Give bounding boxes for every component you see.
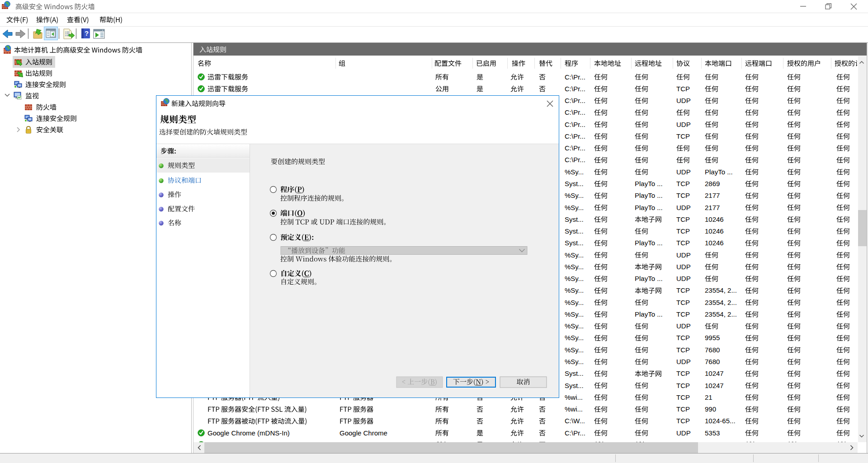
svg-text:TCP: TCP [676,192,690,199]
svg-text:TCP: TCP [676,346,690,354]
svg-text:C:\Pr...: C:\Pr... [565,132,585,140]
svg-text:2869: 2869 [705,180,720,187]
svg-text:TCP: TCP [676,180,690,187]
svg-text:%Sy...: %Sy... [565,310,584,318]
svg-text:Google Chrome: Google Chrome [340,429,387,437]
svg-text:23554, 2...: 23554, 2... [705,310,737,318]
svg-text:Google Chrome (mDNS-In): Google Chrome (mDNS-In) [208,429,290,437]
svg-text:C:\Pr...: C:\Pr... [565,121,585,128]
svg-text:%wi...: %wi... [565,393,583,401]
svg-text:5353: 5353 [705,429,720,437]
svg-text:UDP: UDP [676,429,691,437]
svg-text:%Sy...: %Sy... [565,358,584,365]
svg-text:PlayTo ...: PlayTo ... [635,192,663,199]
svg-text:TCP: TCP [676,286,690,294]
svg-text:C:\W...: C:\W... [565,417,585,425]
svg-text:TCP: TCP [676,369,690,377]
svg-text:%Sy...: %Sy... [565,286,584,294]
svg-text:PlayTo ...: PlayTo ... [635,180,663,187]
svg-text:23554, 2...: 23554, 2... [705,286,737,294]
svg-text:TCP: TCP [676,299,690,306]
svg-text:C:\Pr...: C:\Pr... [565,73,585,81]
svg-text:7680: 7680 [705,358,720,365]
svg-text:PlayTo ...: PlayTo ... [635,310,663,318]
svg-text:TCP: TCP [676,132,690,140]
svg-text:10247: 10247 [705,382,724,389]
svg-text:10246: 10246 [705,215,724,223]
svg-text:%Sy...: %Sy... [565,192,584,199]
svg-text:7680: 7680 [705,346,720,354]
svg-text:TCP: TCP [676,85,690,93]
svg-text:C:\Pr...: C:\Pr... [565,144,585,152]
svg-text:%Sy...: %Sy... [565,346,584,354]
svg-text:PlayTo ...: PlayTo ... [635,204,663,211]
svg-text:%Sy...: %Sy... [565,334,584,341]
svg-text:9955: 9955 [705,334,720,341]
svg-text:%Sy...: %Sy... [565,204,584,211]
svg-text:UDP: UDP [676,358,691,365]
svg-text:UDP: UDP [676,97,691,104]
svg-text:TCP: TCP [676,215,690,223]
svg-text:TCP: TCP [676,393,690,401]
svg-text:TCP: TCP [676,382,690,389]
svg-text:%Sy...: %Sy... [565,299,584,306]
svg-text:PlayTo ...: PlayTo ... [705,168,733,176]
svg-text:UDP: UDP [676,251,691,259]
svg-text:%Sy...: %Sy... [565,322,584,330]
svg-text:Syst...: Syst... [565,215,584,223]
svg-text:UDP: UDP [676,322,691,330]
svg-text:UDP: UDP [676,168,691,176]
svg-text:Syst...: Syst... [565,382,584,389]
svg-text:Syst...: Syst... [565,239,584,247]
svg-text:C:\Pr...: C:\Pr... [565,97,585,104]
svg-text:Syst...: Syst... [565,180,584,187]
svg-text:2177: 2177 [705,204,720,211]
svg-text:UDP: UDP [676,275,691,282]
svg-text:PlayTo ...: PlayTo ... [635,275,663,282]
svg-text:21: 21 [705,393,712,401]
svg-text:TCP: TCP [676,227,690,235]
svg-text:TCP: TCP [676,417,690,425]
svg-text:UDP: UDP [676,121,691,128]
svg-text:%Sy...: %Sy... [565,251,584,259]
svg-text:PlayTo ...: PlayTo ... [635,239,663,247]
svg-text:10246: 10246 [705,239,724,247]
svg-text:TCP: TCP [676,310,690,318]
svg-text:Syst...: Syst... [565,227,584,235]
svg-text:%Sy...: %Sy... [565,263,584,271]
svg-text:TCP: TCP [676,405,690,413]
svg-text:TCP: TCP [676,334,690,341]
svg-text:990: 990 [705,405,716,413]
svg-text:%Sy...: %Sy... [565,275,584,282]
svg-text:C:\Pr...: C:\Pr... [565,108,585,116]
svg-text:23554, 2...: 23554, 2... [705,299,737,306]
svg-text:C:\Pr...: C:\Pr... [565,429,585,437]
svg-text:?: ? [85,29,89,37]
svg-text:C:\Pr...: C:\Pr... [565,156,585,164]
svg-text:10246: 10246 [705,227,724,235]
svg-text:10247: 10247 [705,369,724,377]
svg-text:Syst...: Syst... [565,369,584,377]
svg-text:UDP: UDP [676,204,691,211]
svg-text:UDP: UDP [676,263,691,271]
svg-text:TCP: TCP [676,239,690,247]
svg-text:%wi...: %wi... [565,405,583,413]
svg-text:2177: 2177 [705,192,720,199]
svg-text:1024-65...: 1024-65... [705,417,736,425]
svg-text:%Sy...: %Sy... [565,168,584,176]
svg-text:C:\Pr...: C:\Pr... [565,85,585,93]
